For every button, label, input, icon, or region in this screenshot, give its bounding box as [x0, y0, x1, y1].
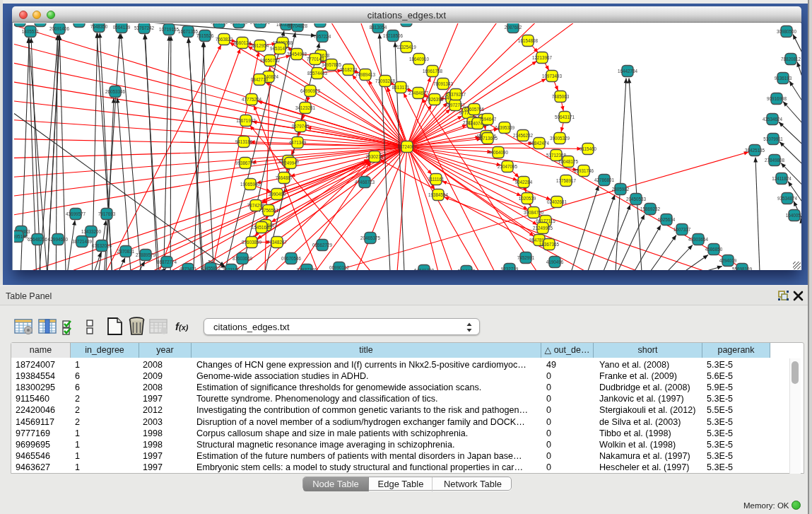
svg-text:78091343: 78091343 [433, 81, 454, 86]
svg-text:34957885: 34957885 [322, 62, 342, 67]
svg-text:12213967: 12213967 [532, 55, 553, 60]
svg-text:4586850: 4586850 [705, 247, 723, 252]
svg-text:09670546: 09670546 [281, 256, 302, 261]
svg-text:85931746: 85931746 [574, 168, 594, 173]
svg-text:18640910: 18640910 [409, 57, 430, 62]
svg-text:9301031: 9301031 [211, 23, 228, 25]
svg-text:16671355: 16671355 [178, 29, 199, 34]
svg-text:90916998: 90916998 [767, 96, 787, 101]
svg-text:7594647: 7594647 [479, 117, 497, 122]
svg-text:4873471: 4873471 [180, 267, 197, 270]
svg-text:29973763: 29973763 [250, 23, 271, 25]
svg-text:27849808: 27849808 [765, 158, 785, 163]
svg-text:47468723: 47468723 [355, 180, 375, 185]
svg-text:71756551: 71756551 [259, 208, 279, 213]
svg-text:49972787: 49972787 [445, 103, 466, 107]
svg-text:7770143: 7770143 [307, 57, 324, 62]
svg-text:5310033: 5310033 [458, 269, 476, 270]
svg-text:21249985: 21249985 [533, 226, 553, 230]
svg-text:10973493: 10973493 [542, 74, 563, 78]
svg-text:5183473: 5183473 [230, 23, 248, 25]
svg-text:63605766: 63605766 [464, 107, 485, 112]
svg-text:19065940: 19065940 [240, 182, 261, 187]
svg-text:4190496: 4190496 [546, 259, 564, 264]
svg-text:20691406: 20691406 [49, 26, 70, 31]
svg-text:99386774: 99386774 [235, 160, 256, 165]
svg-text:67632016: 67632016 [92, 243, 112, 248]
svg-text:3518233: 3518233 [340, 67, 358, 72]
svg-text:78820812: 78820812 [781, 57, 801, 62]
svg-text:1405571: 1405571 [22, 29, 40, 34]
svg-text:39005329: 39005329 [550, 136, 570, 141]
svg-text:19384554: 19384554 [428, 192, 449, 197]
svg-text:7485063: 7485063 [552, 94, 570, 99]
svg-text:26053346: 26053346 [105, 89, 126, 94]
svg-text:20450533: 20450533 [626, 197, 647, 201]
svg-text:7648350: 7648350 [90, 24, 108, 29]
svg-text:9413186: 9413186 [235, 139, 253, 144]
svg-text:13315098: 13315098 [69, 23, 90, 24]
svg-text:65648236: 65648236 [28, 237, 48, 242]
svg-text:7452991: 7452991 [517, 255, 535, 260]
svg-text:4294019: 4294019 [719, 258, 737, 263]
svg-text:43699577: 43699577 [66, 211, 86, 216]
svg-text:43303654: 43303654 [688, 237, 709, 242]
svg-text:38721489: 38721489 [72, 239, 93, 244]
svg-text:61595148: 61595148 [14, 234, 28, 239]
svg-text:7111161: 7111161 [428, 177, 445, 182]
svg-text:7515526: 7515526 [196, 33, 214, 38]
svg-text:47775204: 47775204 [242, 97, 262, 102]
svg-text:11325419: 11325419 [396, 45, 416, 49]
svg-text:9232719: 9232719 [501, 267, 519, 270]
svg-text:16442784: 16442784 [618, 69, 638, 74]
svg-text:8813054: 8813054 [370, 25, 387, 30]
svg-text:1640052: 1640052 [786, 213, 801, 218]
svg-text:94531473: 94531473 [270, 46, 290, 51]
svg-text:20465375: 20465375 [360, 235, 381, 240]
svg-text:74989413: 74989413 [355, 72, 376, 77]
svg-text:3623166: 3623166 [223, 267, 240, 270]
svg-text:1020539: 1020539 [519, 196, 536, 201]
svg-text:16961758: 16961758 [423, 69, 443, 74]
svg-text:85574443: 85574443 [307, 71, 328, 76]
svg-text:4471349: 4471349 [289, 140, 307, 145]
svg-text:8912954: 8912954 [252, 43, 269, 48]
svg-text:0679740: 0679740 [292, 124, 310, 129]
svg-text:0564139: 0564139 [113, 25, 131, 30]
svg-text:7464887: 7464887 [276, 175, 293, 180]
svg-text:7917693: 7917693 [98, 211, 116, 216]
svg-text:35454948: 35454948 [287, 52, 307, 57]
svg-text:10719155: 10719155 [159, 27, 180, 32]
svg-text:9042284: 9042284 [515, 180, 533, 185]
svg-text:64641708: 64641708 [414, 268, 435, 270]
svg-text:2805982: 2805982 [612, 187, 630, 192]
svg-text:99650752: 99650752 [260, 58, 281, 63]
svg-text:87603669: 87603669 [233, 256, 253, 261]
svg-text:34123281: 34123281 [295, 105, 316, 110]
svg-text:6025634: 6025634 [658, 217, 676, 222]
svg-text:62704828: 62704828 [288, 23, 308, 28]
svg-text:87603859: 87603859 [242, 240, 262, 245]
svg-text:16154808: 16154808 [518, 38, 539, 43]
svg-text:0842710: 0842710 [251, 77, 269, 82]
svg-text:13433200: 13433200 [81, 229, 102, 234]
svg-text:27889579: 27889579 [136, 252, 156, 257]
svg-text:64990913: 64990913 [300, 88, 321, 93]
svg-text:8660124: 8660124 [234, 40, 252, 45]
svg-text:06562729: 06562729 [312, 243, 333, 247]
svg-text:39084700: 39084700 [524, 210, 544, 215]
svg-text:43455812: 43455812 [201, 266, 221, 270]
svg-text:21456232: 21456232 [513, 133, 534, 138]
svg-text:1607337: 1607337 [673, 227, 691, 232]
svg-text:58842474: 58842474 [529, 141, 550, 146]
svg-text:62994680: 62994680 [48, 237, 69, 242]
svg-text:18724007: 18724007 [397, 144, 418, 149]
svg-text:15869232: 15869232 [640, 206, 661, 211]
svg-text:8613171: 8613171 [392, 85, 410, 90]
svg-text:74395339: 74395339 [495, 125, 515, 130]
svg-text:2087682: 2087682 [505, 25, 522, 30]
svg-text:36713695: 36713695 [478, 136, 498, 141]
svg-text:16048175: 16048175 [558, 159, 579, 164]
svg-text:53767242: 53767242 [134, 25, 155, 30]
svg-text:0249947: 0249947 [282, 160, 300, 165]
